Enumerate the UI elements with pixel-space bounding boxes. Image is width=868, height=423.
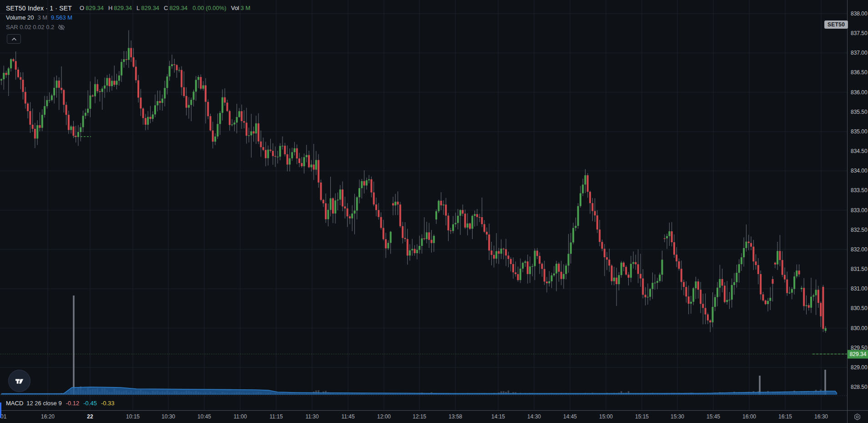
legend: SET50 Index · 1 · SET O829.34H829.34L829… — [6, 3, 250, 32]
price-tick-label: 831.50 — [851, 266, 868, 272]
time-tick-label: 15:45 — [707, 413, 720, 420]
symbol-watermark-badge: SET50 — [824, 20, 848, 29]
time-tick-label: 11:45 — [341, 413, 354, 420]
ohlc-key: O — [80, 5, 84, 11]
macd-indicator-row[interactable]: MACD 12 26 close 9 -0.12-0.45-0.33 — [6, 398, 115, 408]
price-tick-label: 834.00 — [851, 168, 868, 174]
chart-pane[interactable]: SET50 Index · 1 · SET O829.34H829.34L829… — [0, 0, 847, 410]
time-axis[interactable]: :0116:202210:1510:3010:4511:0011:1511:30… — [0, 410, 868, 423]
time-tick-label: 10:30 — [161, 413, 175, 420]
axis-corner-divider — [847, 411, 848, 423]
ohlc-key: H — [108, 5, 112, 11]
ohlc-key: C — [164, 5, 168, 11]
price-tick-label: 830.00 — [851, 325, 868, 331]
tv-icon — [14, 375, 25, 387]
time-tick-label: 14:30 — [527, 413, 541, 420]
price-tick-label: 831.00 — [851, 285, 868, 292]
time-tick-label: 16:30 — [814, 413, 828, 420]
ohlc-value: 829.34 — [169, 5, 187, 11]
symbol-row[interactable]: SET50 Index · 1 · SET O829.34H829.34L829… — [6, 3, 250, 13]
time-tick-label: 15:30 — [671, 413, 684, 420]
macd-value: -0.12 — [66, 400, 80, 407]
time-tick-label: 12:15 — [413, 413, 426, 420]
legend-collapse-button[interactable] — [7, 34, 21, 44]
price-tick-label: 829.00 — [851, 364, 868, 371]
volume-indicator-title[interactable]: Volume 20 — [6, 14, 34, 21]
time-tick-label: 13:58 — [449, 413, 462, 420]
chart-canvas[interactable] — [0, 0, 847, 410]
price-tick-label: 833.50 — [851, 187, 868, 194]
time-tick-label: 14:15 — [491, 413, 505, 420]
macd-value: -0.33 — [101, 400, 115, 407]
price-tick-label: 836.50 — [851, 69, 868, 76]
axis-settings-gear-icon[interactable] — [853, 413, 861, 423]
time-tick-label: 11:15 — [269, 413, 283, 420]
macd-values: -0.12-0.45-0.33 — [62, 400, 115, 407]
tradingview-logo[interactable] — [8, 370, 30, 392]
volume-ma-value: 9.563 M — [51, 14, 72, 21]
macd-value: -0.45 — [83, 400, 97, 407]
volume-gray-value: 3 M — [37, 14, 47, 21]
sar-indicator-row[interactable]: SAR 0.02 0.02 0.2 — [6, 22, 250, 32]
time-tick-label: 15:15 — [635, 413, 649, 420]
eye-hidden-icon[interactable] — [58, 24, 65, 31]
price-tick-label: 834.50 — [851, 148, 868, 154]
price-tick-label: 833.00 — [851, 207, 868, 214]
price-tick-label: 830.50 — [851, 305, 868, 311]
ohlc-value: 829.34 — [141, 5, 159, 11]
symbol-title[interactable]: SET50 Index · 1 · SET — [6, 5, 72, 12]
sar-indicator-title[interactable]: SAR 0.02 0.02 0.2 — [6, 24, 54, 31]
price-tick-label: 835.50 — [851, 109, 868, 115]
price-tick-label: 837.50 — [851, 30, 868, 36]
time-tick-label: 11:30 — [305, 413, 318, 420]
macd-title[interactable]: MACD — [6, 400, 23, 407]
time-tick-label: 16:15 — [778, 413, 792, 420]
price-tick-label: 835.00 — [851, 128, 868, 135]
ohlc-value: 829.34 — [86, 5, 104, 11]
price-tick-label: 838.00 — [851, 10, 868, 17]
price-tick-label: 837.00 — [851, 50, 868, 56]
price-tick-label: 832.50 — [851, 227, 868, 233]
time-tick-label: 15:00 — [599, 413, 613, 420]
price-tick-label: 836.00 — [851, 89, 868, 96]
time-tick-label: 12:00 — [377, 413, 391, 420]
chevron-up-icon — [11, 37, 17, 41]
price-tick-label: 832.00 — [851, 246, 868, 253]
ohlc-key: L — [136, 5, 140, 11]
time-tick-label: 11:00 — [233, 413, 247, 420]
price-axis[interactable]: 838.00837.50837.00836.50836.00835.50835.… — [847, 0, 868, 410]
time-tick-label: 16:00 — [742, 413, 756, 420]
last-price-tag: 829.34 — [848, 350, 868, 358]
price-tick-label: 828.50 — [851, 384, 868, 390]
tradingview-chart-app: { "header": { "symbol_title": "SET50 Ind… — [0, 0, 868, 423]
ohlc-values: O829.34H829.34L829.34C829.34 — [76, 5, 189, 11]
change-value: 0.00 (0.00%) — [192, 5, 226, 11]
time-tick-label: 14:45 — [563, 413, 577, 420]
macd-params: 12 26 close 9 — [26, 400, 61, 407]
vol-label: Vol — [231, 5, 239, 11]
vol-value: 3 M — [241, 5, 251, 11]
time-tick-label: 10:45 — [197, 413, 211, 420]
timeline-edge-marker[interactable] — [0, 403, 1, 418]
volume-indicator-row[interactable]: Volume 20 3 M 9.563 M — [6, 13, 250, 22]
ohlc-value: 829.34 — [114, 5, 132, 11]
time-tick-label: 10:15 — [126, 413, 140, 420]
time-tick-label: 22 — [87, 413, 93, 420]
time-tick-label: 16:20 — [41, 413, 55, 420]
